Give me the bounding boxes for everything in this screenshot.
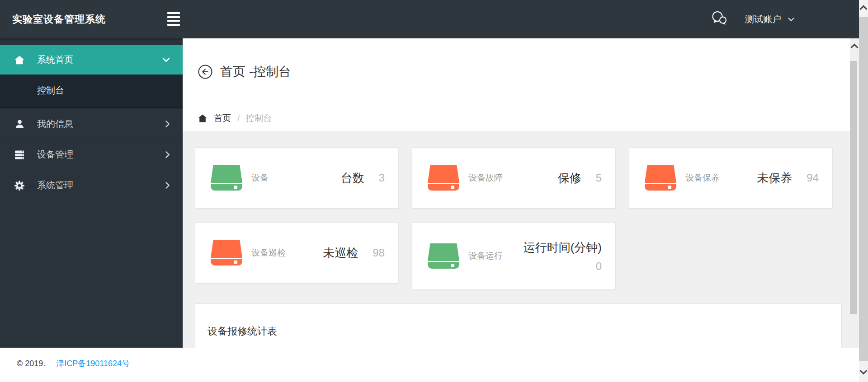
sidebar-item-system-admin[interactable]: 系统管理: [0, 170, 183, 200]
scroll-up-button[interactable]: [859, 1, 868, 17]
page-title: 首页 -控制台: [220, 63, 291, 80]
hamburger-icon: [167, 12, 180, 14]
content-scrollbar[interactable]: [850, 38, 859, 348]
sidebar-toggle-button[interactable]: [167, 12, 180, 26]
stat-card-inspection[interactable]: 设备巡检 未巡检 98: [195, 222, 399, 284]
stat-card-equipment[interactable]: 设备 台数 3: [195, 147, 399, 209]
sidebar-item-label: 系统首页: [37, 54, 73, 66]
chevron-up-icon: [860, 5, 868, 13]
sidebar-subitem-console[interactable]: 控制台: [0, 75, 183, 106]
app-window: 实验室设备管理系统 测试账户 系统首页: [0, 0, 868, 382]
page-header: 首页 -控制台: [183, 38, 859, 105]
messages-button[interactable]: [711, 10, 728, 26]
hdd-icon: [645, 165, 676, 191]
icp-link[interactable]: 津ICP备19011624号: [56, 358, 130, 369]
arrow-circle-left-icon: [198, 64, 213, 79]
sidebar-item-my-info[interactable]: 我的信息: [0, 108, 183, 139]
user-icon: [14, 119, 25, 129]
hdd-icon: [211, 165, 242, 191]
repair-stats-panel: 设备报修统计表: [195, 303, 842, 348]
sidebar-subitem-label: 控制台: [37, 84, 64, 97]
scroll-up-button[interactable]: [850, 39, 859, 56]
stat-label: 设备保养: [685, 172, 720, 184]
home-icon: [14, 55, 25, 65]
scrollbar-thumb[interactable]: [850, 61, 857, 314]
stat-cards: 设备 台数 3 设备故障 保修 5 设备保养: [195, 147, 842, 290]
stat-metric: 未巡检: [323, 245, 358, 261]
stat-value: 3: [379, 172, 385, 184]
chevron-right-icon: [165, 120, 170, 128]
scrollbar-thumb[interactable]: [859, 17, 868, 361]
stat-label: 设备: [251, 172, 269, 184]
sidebar: 系统首页 控制台 我的信息 设备管理: [0, 38, 183, 348]
user-menu[interactable]: 测试账户: [745, 0, 795, 38]
breadcrumb: 首页 / 控制台: [183, 105, 859, 131]
sidebar-item-label: 系统管理: [37, 179, 73, 191]
caret-down-icon: [788, 17, 795, 22]
chevron-right-icon: [165, 182, 170, 189]
back-button[interactable]: [198, 64, 213, 79]
server-icon: [14, 149, 25, 160]
chevron-down-icon: [860, 367, 868, 375]
breadcrumb-separator: /: [237, 113, 240, 123]
stat-metric: 保修: [558, 170, 581, 186]
stat-card-maintenance[interactable]: 设备保养 未保养 94: [629, 147, 833, 209]
sidebar-item-label: 我的信息: [37, 118, 73, 130]
gear-icon: [14, 180, 25, 191]
stat-label: 设备故障: [468, 172, 503, 184]
breadcrumb-home-icon-link[interactable]: [198, 113, 208, 123]
sidebar-item-system-home[interactable]: 系统首页: [0, 45, 183, 75]
sidebar-item-label: 设备管理: [37, 149, 73, 161]
copyright-text: © 2019.: [17, 359, 45, 368]
breadcrumb-current: 控制台: [246, 112, 272, 124]
stat-card-fault[interactable]: 设备故障 保修 5: [412, 147, 616, 209]
chat-icon: [711, 10, 728, 26]
hdd-icon: [211, 240, 242, 266]
stat-value: 5: [596, 172, 602, 184]
app-title: 实验室设备管理系统: [12, 0, 106, 38]
window-scrollbar[interactable]: [859, 0, 868, 382]
chevron-down-icon: [162, 57, 170, 62]
stat-value: 0: [596, 260, 602, 273]
stat-value: 94: [807, 172, 819, 184]
hdd-icon: [428, 165, 459, 191]
stat-label: 设备巡检: [251, 247, 286, 259]
stat-value: 98: [373, 247, 385, 259]
main-content: 首页 -控制台 首页 / 控制台 设备 台数 3: [183, 38, 859, 348]
hdd-icon: [428, 243, 459, 269]
sidebar-submenu: 控制台: [0, 75, 183, 108]
stat-card-runtime[interactable]: 设备运行 运行时间(分钟) 0: [412, 222, 616, 290]
dashboard-body: 设备 台数 3 设备故障 保修 5 设备保养: [183, 131, 859, 348]
top-header: 实验室设备管理系统 测试账户: [0, 0, 868, 38]
chevron-up-icon: [851, 44, 859, 51]
scroll-down-button[interactable]: [859, 361, 868, 380]
user-name: 测试账户: [745, 13, 781, 25]
stat-metric: 未保养: [757, 170, 792, 186]
sidebar-item-equipment[interactable]: 设备管理: [0, 139, 183, 170]
chevron-right-icon: [165, 151, 170, 158]
breadcrumb-home-link[interactable]: 首页: [214, 112, 231, 124]
footer: © 2019. 津ICP备19011624号: [0, 348, 868, 382]
stat-metric: 台数: [341, 170, 364, 186]
panel-title: 设备报修统计表: [208, 325, 841, 338]
home-icon: [198, 113, 208, 123]
stat-metric: 运行时间(分钟): [524, 240, 602, 256]
stat-label: 设备运行: [468, 250, 503, 262]
